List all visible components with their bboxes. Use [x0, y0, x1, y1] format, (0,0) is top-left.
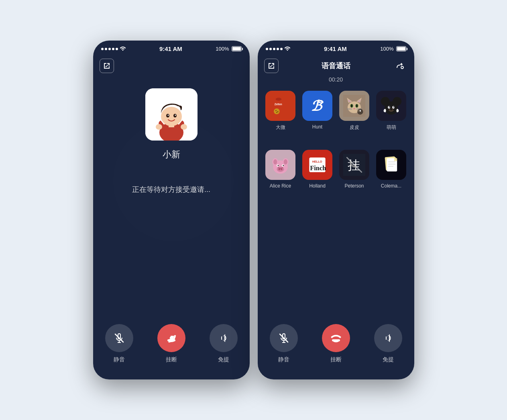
svg-point-8	[156, 124, 162, 130]
battery-percent-2: 100%	[380, 46, 393, 52]
svg-point-16	[277, 111, 279, 112]
mickey-icon	[376, 91, 406, 121]
speaker-icon-2	[383, 332, 394, 344]
spacer	[258, 204, 414, 316]
note-icon	[376, 150, 406, 180]
add-person-button[interactable]	[393, 59, 408, 73]
avatar-coleman	[376, 150, 406, 180]
dot3-2	[273, 48, 275, 50]
svg-point-48	[390, 109, 393, 110]
battery-percent-1: 100%	[216, 46, 229, 52]
svg-point-53	[273, 159, 277, 165]
participant-hunt: ℬ Hunt	[301, 91, 334, 146]
dot5-2	[280, 48, 283, 50]
hangup-button-1[interactable]	[157, 324, 185, 352]
hangup-label-2: 挂断	[330, 356, 342, 363]
avatar-alice	[265, 150, 295, 180]
svg-point-60	[278, 165, 279, 166]
caller-name: 小新	[163, 149, 180, 161]
speaker-button-2[interactable]	[374, 324, 402, 352]
call-duration: 00:20	[258, 76, 414, 83]
hangup-avatar-icon: 挂 断	[339, 150, 369, 180]
controls-bar-2: 静音 挂断 免提	[258, 316, 414, 379]
call-title-area: 语音通话	[322, 61, 350, 71]
dot4-2	[277, 48, 279, 50]
name-pipi: 皮皮	[350, 124, 359, 131]
name-coleman: Colema...	[381, 183, 401, 189]
mute-button-2[interactable]	[270, 324, 298, 352]
avatar-holland: HELLO Finch	[302, 150, 332, 180]
status-bar-2: 9:41 AM 100%	[258, 41, 414, 55]
dot5	[116, 48, 118, 50]
speaker-icon-1	[218, 332, 229, 344]
caller-avatar-illustration	[145, 88, 198, 141]
avatar-mengmeng	[376, 91, 406, 121]
svg-point-32	[356, 104, 358, 107]
svg-point-22	[322, 101, 324, 104]
svg-point-42	[393, 97, 401, 106]
battery-icon-1	[232, 46, 242, 51]
hangup-icon-1	[165, 332, 178, 345]
participant-peterson: 挂 断 Peterson	[338, 150, 371, 204]
svg-point-41	[381, 97, 390, 106]
status-bar-1: 9:41 AM 100%	[93, 41, 250, 55]
speaker-label-2: 免提	[383, 356, 394, 363]
mute-label-1: 静音	[114, 356, 125, 363]
screen2-group-call: 9:41 AM 100% 语音通话 00:20	[258, 41, 414, 379]
svg-point-9	[181, 124, 187, 130]
mic-off-icon-2	[278, 332, 289, 344]
dot1-2	[266, 48, 268, 50]
controls-bar-1: 静音 挂断	[93, 316, 250, 379]
call-title: 语音通话	[322, 61, 350, 71]
svg-point-13	[276, 98, 282, 100]
b-logo-icon: ℬ	[302, 91, 332, 121]
avatar-peterson: 挂 断	[339, 150, 369, 180]
hangup-button-2[interactable]	[322, 324, 350, 352]
time-1: 9:41 AM	[159, 45, 182, 52]
svg-point-3	[161, 107, 182, 126]
hangup-control-2: 挂断	[322, 324, 350, 363]
name-mengmeng: 萌萌	[387, 124, 396, 131]
avatar-dawei: Zelten	[265, 91, 295, 121]
dot3	[108, 48, 111, 50]
dot1	[101, 48, 104, 50]
svg-point-46	[393, 106, 395, 108]
signal-dots-1	[101, 48, 118, 50]
finch-card-icon: HELLO Finch	[302, 150, 332, 180]
svg-point-6	[167, 115, 169, 116]
screen2-header: 语音通话	[258, 55, 414, 76]
speaker-control-2: 免提	[374, 324, 402, 363]
mute-button-1[interactable]	[105, 324, 133, 352]
svg-text:ℬ: ℬ	[311, 98, 323, 114]
participant-alice: Alice Rice	[264, 150, 297, 204]
nav-icon-2[interactable]	[264, 59, 279, 73]
dot2	[105, 48, 107, 50]
speaker-control-1: 免提	[210, 324, 238, 363]
svg-point-31	[351, 104, 352, 107]
wifi-icon-1	[120, 46, 126, 52]
speaker-label-1: 免提	[218, 356, 229, 363]
name-peterson: Peterson	[344, 183, 364, 189]
svg-text:Zelten: Zelten	[275, 103, 282, 106]
svg-text:Finch: Finch	[310, 164, 326, 172]
mute-control-1: 静音	[105, 324, 133, 363]
speaker-button-1[interactable]	[210, 324, 238, 352]
mic-off-icon-1	[114, 332, 125, 344]
status-left-2	[266, 46, 291, 52]
avatar-pipi	[339, 91, 369, 121]
svg-point-21	[318, 101, 321, 104]
name-alice: Alice Rice	[270, 183, 291, 189]
hangup-control-1: 挂断	[157, 324, 185, 363]
svg-point-57	[281, 168, 283, 170]
screen1-calling: 9:41 AM 100%	[93, 41, 250, 379]
hangup-icon-2	[330, 332, 342, 345]
nav-icon-1[interactable]	[100, 59, 114, 73]
svg-point-15	[275, 110, 277, 111]
cat-icon	[339, 91, 369, 121]
svg-point-17	[276, 112, 277, 113]
svg-point-54	[284, 159, 287, 165]
name-holland: Holland	[309, 183, 326, 189]
name-hunt: Hunt	[312, 124, 322, 130]
participant-mengmeng: 萌萌	[375, 91, 408, 146]
participant-dawei: Zelten 大微	[264, 91, 297, 146]
